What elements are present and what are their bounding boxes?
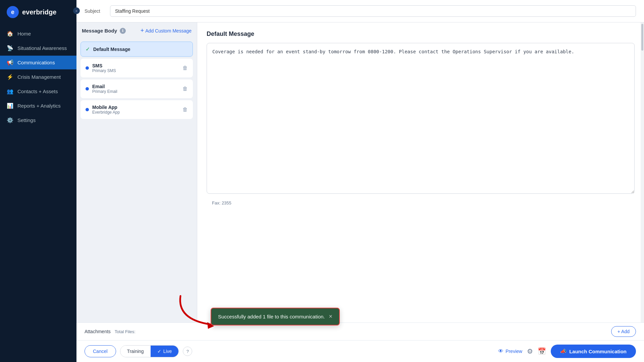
right-panel: Default Message Coverage is needed for a… xyxy=(197,22,644,322)
mobile-dot xyxy=(86,108,89,111)
launch-label: Launch Communication xyxy=(569,349,627,354)
logo-area: e everbridge xyxy=(0,0,76,23)
content-body: Message Body ℹ + Add Custom Message ✓ De… xyxy=(76,22,644,322)
message-item-email[interactable]: Email Primary Email 🗑 xyxy=(80,79,193,98)
message-body-header: Message Body ℹ + Add Custom Message xyxy=(76,22,197,39)
email-dot xyxy=(86,87,89,90)
sidebar-item-settings[interactable]: ⚙️ Settings xyxy=(0,113,76,127)
mobile-delete-button[interactable]: 🗑 xyxy=(182,107,188,113)
live-label: Live xyxy=(163,349,172,354)
message-body-label: Message Body xyxy=(82,28,117,34)
email-delete-button[interactable]: 🗑 xyxy=(182,86,188,92)
message-item-name-mobile: Mobile App xyxy=(92,105,120,110)
sidebar-icon-crisis-management: ⚡ xyxy=(7,74,13,80)
scroll-track xyxy=(641,22,644,322)
toast-message: Successfully added 1 file to this commun… xyxy=(218,314,325,319)
message-item-default-left: ✓ Default Message xyxy=(86,46,130,52)
subject-label: Subject xyxy=(85,8,105,14)
sidebar-nav: 🏠 Home 📡 Situational Awareness 📢 Communi… xyxy=(0,23,76,130)
live-button[interactable]: ✓ Live xyxy=(151,346,179,357)
sms-delete-button[interactable]: 🗑 xyxy=(182,65,188,71)
sidebar-label-crisis-management: Crisis Management xyxy=(17,74,61,80)
message-item-name-default: Default Message xyxy=(93,47,130,52)
sidebar-icon-home: 🏠 xyxy=(7,31,13,37)
mode-toggle: Training ✓ Live xyxy=(120,345,179,357)
attachments-bar: Attachments Total Files: + Add Successfu… xyxy=(76,323,644,341)
message-item-sub-email: Primary Email xyxy=(92,89,117,94)
message-item-sms-left: SMS Primary SMS xyxy=(86,63,116,73)
launch-icon: 📣 xyxy=(560,348,567,354)
message-item-sub-sms: Primary SMS xyxy=(92,68,116,73)
settings-button[interactable]: ⚙ xyxy=(527,347,533,355)
sidebar-icon-contacts-assets: 👥 xyxy=(7,88,13,95)
default-message-title: Default Message xyxy=(207,31,635,38)
message-list: ✓ Default Message SMS Primary SMS xyxy=(76,39,197,322)
sidebar-label-home: Home xyxy=(17,31,31,37)
message-item-email-left: Email Primary Email xyxy=(86,84,117,94)
message-item-mobile-left: Mobile App Everbridge App xyxy=(86,105,120,115)
total-files-label: Total Files: xyxy=(115,329,136,334)
add-custom-button[interactable]: + Add Custom Message xyxy=(141,27,192,34)
bottom-section: Attachments Total Files: + Add Successfu… xyxy=(76,322,644,362)
fax-label: Fax: 2355 xyxy=(207,198,635,208)
eye-icon: 👁 xyxy=(498,348,503,354)
toast-close-button[interactable]: × xyxy=(329,313,333,320)
sidebar-item-situational-awareness[interactable]: 📡 Situational Awareness xyxy=(0,41,76,55)
live-check-icon: ✓ xyxy=(157,349,161,354)
sidebar-item-reports-analytics[interactable]: 📊 Reports + Analytics xyxy=(0,99,76,113)
left-panel: Message Body ℹ + Add Custom Message ✓ De… xyxy=(76,22,197,322)
sidebar-label-contacts-assets: Contacts + Assets xyxy=(17,88,58,94)
preview-label: Preview xyxy=(505,349,522,354)
sidebar-item-crisis-management[interactable]: ⚡ Crisis Management xyxy=(0,70,76,84)
check-icon: ✓ xyxy=(86,46,90,52)
training-button[interactable]: Training xyxy=(120,346,151,357)
collapse-button[interactable]: « xyxy=(73,7,80,14)
info-icon[interactable]: ℹ xyxy=(120,28,126,34)
right-panel-inner: Default Message Coverage is needed for a… xyxy=(197,22,644,322)
message-item-sms[interactable]: SMS Primary SMS 🗑 xyxy=(80,59,193,77)
message-item-name-sms: SMS xyxy=(92,63,116,68)
sidebar-label-situational-awareness: Situational Awareness xyxy=(17,45,67,51)
sidebar-icon-settings: ⚙️ xyxy=(7,117,13,123)
help-icon[interactable]: ? xyxy=(183,347,192,356)
sidebar-label-reports-analytics: Reports + Analytics xyxy=(17,103,61,109)
cancel-button[interactable]: Cancel xyxy=(85,345,116,357)
message-item-default[interactable]: ✓ Default Message xyxy=(80,42,193,57)
logo-icon: e xyxy=(7,6,19,18)
sidebar-icon-situational-awareness: 📡 xyxy=(7,45,13,51)
calendar-button[interactable]: 📅 xyxy=(538,347,546,355)
sidebar-icon-reports-analytics: 📊 xyxy=(7,103,13,109)
logo-text: everbridge xyxy=(22,8,56,16)
attachments-label: Attachments xyxy=(85,329,111,334)
add-custom-label: Add Custom Message xyxy=(145,28,192,34)
sidebar-item-home[interactable]: 🏠 Home xyxy=(0,27,76,41)
add-attachment-button[interactable]: + Add xyxy=(611,326,636,337)
sidebar-item-communications[interactable]: 📢 Communications xyxy=(0,56,76,69)
plus-icon: + xyxy=(141,27,144,34)
subject-input[interactable] xyxy=(110,5,636,17)
sidebar-label-settings: Settings xyxy=(17,117,36,123)
subject-bar: Subject xyxy=(76,0,644,22)
toast-notification: Successfully added 1 file to this commun… xyxy=(211,308,340,325)
sidebar-icon-communications: 📢 xyxy=(7,59,13,66)
footer-bar: Cancel Training ✓ Live ? 👁 Preview ⚙ 📅 📣 xyxy=(76,341,644,362)
message-item-name-email: Email xyxy=(92,84,117,89)
preview-button[interactable]: 👁 Preview xyxy=(498,348,522,354)
default-message-textarea[interactable]: Coverage is needed for an event stand-by… xyxy=(207,43,635,194)
footer-right: 👁 Preview ⚙ 📅 📣 Launch Communication xyxy=(498,345,636,358)
add-attachment-label: + Add xyxy=(618,329,630,334)
launch-communication-button[interactable]: 📣 Launch Communication xyxy=(551,345,636,358)
message-item-sub-mobile: Everbridge App xyxy=(92,110,120,115)
main-area: Subject Message Body ℹ + Add Custom Mess… xyxy=(76,0,644,362)
sidebar-label-communications: Communications xyxy=(17,60,55,65)
message-item-mobile[interactable]: Mobile App Everbridge App 🗑 xyxy=(80,100,193,119)
sms-dot xyxy=(86,66,89,70)
sidebar-item-contacts-assets[interactable]: 👥 Contacts + Assets xyxy=(0,84,76,98)
scroll-thumb xyxy=(641,24,643,51)
sidebar: e everbridge « 🏠 Home 📡 Situational Awar… xyxy=(0,0,76,362)
